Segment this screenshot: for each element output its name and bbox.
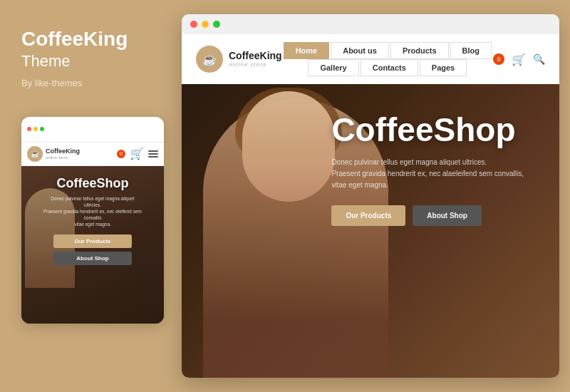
mobile-our-products-button[interactable]: Our Products — [53, 234, 132, 248]
mobile-dots — [27, 127, 44, 131]
desktop-menu: Home About us Products Blog Gallery Cont… — [284, 42, 492, 76]
mobile-dot-red — [27, 127, 31, 131]
mobile-hero-title: CoffeeShop — [43, 176, 142, 191]
desktop-mockup: ☕ CoffeeKing online store Home About us … — [182, 14, 559, 378]
mobile-hero-desc4: convallis — [84, 215, 102, 220]
desktop-logo-name: CoffeeKing — [229, 51, 282, 61]
mobile-hero-desc1: Donec pulvinar tellus eget magna aliquet — [51, 196, 134, 201]
mobile-hero-desc2: ultricies. — [84, 202, 101, 207]
mobile-hero: CoffeeShop Donec pulvinar tellus eget ma… — [21, 166, 164, 324]
brand-subtitle: Theme — [21, 52, 70, 71]
mobile-hero-content: CoffeeShop Donec pulvinar tellus eget ma… — [43, 176, 142, 265]
mobile-logo: ☕ CoffeeKing online store — [27, 146, 80, 162]
desktop-about-shop-button[interactable]: About Shop — [413, 205, 482, 226]
desktop-hero-content: CoffeeShop Donec pulvinar tellus eget ma… — [331, 113, 524, 226]
mobile-hero-text: Donec pulvinar tellus eget magna aliquet… — [43, 195, 142, 227]
desktop-content: ☕ CoffeeKing online store Home About us … — [182, 34, 559, 378]
desktop-hero: CoffeeShop Donec pulvinar tellus eget ma… — [182, 84, 559, 378]
desktop-top-bar — [182, 14, 559, 34]
desktop-dot-green — [213, 21, 220, 28]
desktop-hero-person-head — [242, 91, 335, 202]
mobile-cart-icon[interactable]: 🛒 — [130, 147, 144, 160]
desktop-menu-row-2: Gallery Contacts Pages — [308, 59, 467, 76]
desktop-dot-yellow — [202, 21, 209, 28]
desktop-logo-text-group: CoffeeKing online store — [229, 51, 282, 68]
desktop-nav: ☕ CoffeeKing online store Home About us … — [182, 34, 559, 84]
desktop-nav-products[interactable]: Products — [390, 42, 449, 59]
desktop-nav-contacts[interactable]: Contacts — [361, 59, 418, 76]
desktop-search-icon[interactable]: 🔍 — [533, 53, 545, 65]
mobile-nav: ☕ CoffeeKing online store 0 🛒 — [21, 143, 164, 166]
mobile-logo-name: CoffeeKing — [46, 148, 80, 155]
desktop-our-products-button[interactable]: Our Products — [331, 205, 405, 226]
desktop-cart-badge: 0 — [493, 53, 504, 65]
desktop-hero-title: CoffeeShop — [331, 113, 524, 147]
mobile-logo-text-group: CoffeeKing online store — [46, 148, 80, 160]
mobile-nav-right: 0 🛒 — [117, 147, 158, 160]
desktop-nav-right: 0 🛒 🔍 — [493, 53, 545, 66]
brand-title: CoffeeKing — [21, 29, 128, 51]
mobile-about-shop-button[interactable]: About Shop — [53, 252, 132, 265]
desktop-hero-description: Donec pulvinar tellus eget magna aliquet… — [331, 157, 524, 191]
mobile-mockup: ☕ CoffeeKing online store 0 🛒 CoffeeShop — [21, 117, 164, 324]
mobile-dot-yellow — [33, 127, 38, 131]
mobile-top-bar — [21, 117, 164, 143]
mobile-cart-badge: 0 — [117, 150, 125, 158]
mobile-logo-sub: online store — [46, 155, 80, 160]
mobile-dot-green — [40, 127, 44, 131]
mobile-logo-icon: ☕ — [27, 146, 43, 162]
left-panel: CoffeeKing Theme By like-themes ☕ Coffee… — [0, 0, 175, 392]
desktop-nav-gallery[interactable]: Gallery — [308, 59, 358, 76]
desktop-logo: ☕ CoffeeKing online store — [196, 46, 282, 73]
mobile-hero-desc3: Praesent gravida hendrerit ex, nec eleif… — [43, 209, 142, 214]
desktop-menu-row-1: Home About us Products Blog — [284, 42, 492, 59]
desktop-dot-red — [190, 21, 197, 28]
desktop-nav-pages[interactable]: Pages — [420, 59, 467, 76]
brand-author: By like-themes — [21, 78, 82, 88]
desktop-nav-home[interactable]: Home — [284, 42, 330, 59]
desktop-logo-icon: ☕ — [196, 46, 223, 73]
mobile-hero-desc5: vitae eget magna. — [74, 222, 111, 227]
desktop-cart-icon[interactable]: 🛒 — [512, 53, 526, 66]
desktop-nav-about-us[interactable]: About us — [331, 42, 389, 59]
mobile-hamburger-icon[interactable] — [148, 150, 158, 158]
desktop-nav-blog[interactable]: Blog — [450, 42, 492, 59]
desktop-logo-sub: online store — [229, 61, 282, 68]
desktop-hero-buttons: Our Products About Shop — [331, 205, 524, 226]
mobile-buttons: Our Products About Shop — [43, 234, 142, 265]
